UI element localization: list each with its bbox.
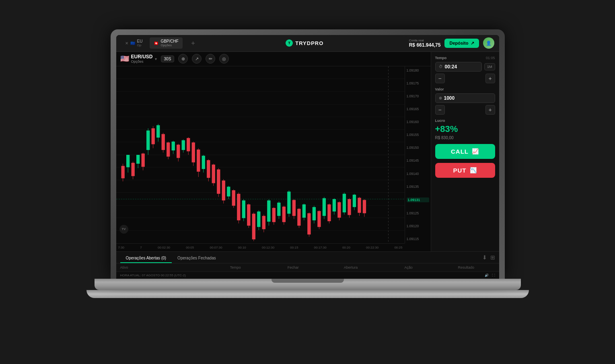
add-tab-icon: ＋	[190, 39, 196, 47]
eraser-tool[interactable]: ◎	[219, 54, 229, 64]
price-level-2: 1.09170	[407, 94, 429, 98]
expand-icon[interactable]: ⛶	[492, 274, 495, 277]
svg-rect-47	[202, 156, 205, 169]
svg-rect-105	[348, 199, 351, 215]
put-button[interactable]: PUT 📉	[435, 163, 495, 178]
time-plus-btn[interactable]: +	[485, 74, 495, 83]
value-plus-btn[interactable]: +	[485, 105, 495, 115]
time-label-2: 00:02:30	[158, 246, 170, 249]
right-panel: Tempo 01:05 ⏱ 00:24 1M	[431, 52, 499, 251]
download-icon[interactable]: ⬇	[482, 254, 487, 261]
main-content: 🇺🇸 EUR/USD Opções ▾ 30S ⊕ ↗ ✏	[116, 52, 499, 251]
time-label-9: 00:20	[342, 246, 350, 249]
sound-icon[interactable]: 🔊	[485, 274, 489, 277]
currency-icon: ⊕	[439, 96, 442, 100]
profit-percentage: +83%	[435, 124, 495, 134]
col-open: Abertura	[322, 265, 379, 269]
tab-eu-label: EU	[137, 39, 143, 43]
pair-selector[interactable]: 🇺🇸 EUR/USD Opções ▾	[120, 54, 157, 64]
time-label-11: 00:25	[394, 246, 402, 249]
svg-rect-63	[242, 200, 245, 218]
chart-area: 🇺🇸 EUR/USD Opções ▾ 30S ⊕ ↗ ✏	[116, 52, 431, 251]
timer-value: 00:24	[445, 64, 457, 70]
avatar[interactable]: 👤	[483, 37, 494, 49]
deposit-button[interactable]: Depósito ↗	[444, 39, 479, 48]
svg-rect-51	[212, 165, 215, 183]
pair-dropdown-icon[interactable]: ▾	[155, 57, 157, 61]
time-display: ⏱ 00:24 1M	[435, 62, 495, 72]
time-label-0: 7:30	[118, 246, 125, 249]
pair-flag: 🇺🇸	[120, 54, 129, 63]
app-logo: T TRYDPRO	[204, 39, 406, 47]
price-level-0: 1.09180	[407, 68, 429, 72]
svg-rect-83	[292, 200, 295, 216]
value-minus-btn[interactable]: −	[435, 105, 445, 115]
topbar-right: Conta real R$ 661.944,75 Depósito ↗ 👤	[409, 37, 494, 49]
col-result: Resultado	[437, 265, 495, 269]
call-button[interactable]: CALL 📈	[435, 144, 495, 159]
svg-rect-79	[282, 206, 285, 222]
tab-close-eu[interactable]: ✕	[125, 41, 128, 45]
timeframe-button[interactable]: 30S	[161, 56, 175, 62]
balance-label: Conta real	[409, 39, 441, 42]
svg-rect-17	[126, 155, 130, 167]
price-level-5: 1.09155	[407, 133, 429, 137]
crosshair-tool[interactable]: ⊕	[178, 54, 188, 64]
time-section-label: Tempo	[435, 56, 447, 60]
svg-rect-77	[277, 202, 280, 216]
tab-gbpchf-label: GBP/CHF	[160, 39, 178, 43]
tab-closed-operations[interactable]: Operações Fechadas	[172, 254, 222, 263]
price-level-13: 1.09115	[407, 237, 429, 241]
tab-eu[interactable]: ✕ 🇪🇺 EU Op	[121, 37, 147, 49]
plus-icon: +	[488, 75, 492, 82]
svg-rect-87	[302, 204, 305, 218]
price-level-9: 1.09135	[407, 185, 429, 189]
put-label: PUT	[453, 167, 467, 174]
status-bar: HORA ATUAL: 07 AGOSTO 00:22:55 (UTC-2) 🔊…	[116, 272, 499, 279]
deposit-label: Depósito	[449, 41, 468, 45]
profit-section-label: Lucro	[435, 119, 495, 123]
price-level-1: 1.09175	[407, 81, 429, 85]
bottom-tabs-row: Operações Abertas (0) Operações Fechadas…	[116, 252, 499, 263]
line-tool[interactable]: ↗	[192, 54, 202, 64]
time-minus-btn[interactable]: −	[435, 74, 445, 83]
time-label-8: 00:17:30	[314, 246, 327, 249]
col-asset: Ativo	[120, 265, 207, 269]
tab-gbpchf[interactable]: 🇨🇭 GBP/CHF Opções	[150, 37, 182, 49]
tab-eu-sub: Op	[137, 43, 143, 47]
svg-rect-111	[362, 200, 366, 213]
filter-icon[interactable]: ⊞	[490, 254, 495, 261]
pen-tool[interactable]: ✏	[206, 54, 215, 64]
tab-add[interactable]: ＋	[186, 37, 200, 49]
price-level-8: 1.09140	[407, 172, 429, 176]
svg-rect-25	[146, 130, 150, 150]
put-trend-icon: 📉	[470, 167, 477, 173]
svg-rect-43	[191, 142, 195, 162]
svg-rect-41	[187, 138, 190, 151]
value-section: Valor ⊕ 1000 − +	[435, 87, 495, 115]
chart-svg-container	[116, 66, 405, 243]
time-label-6: 00:12:30	[262, 246, 274, 249]
svg-rect-103	[342, 193, 346, 212]
deposit-icon: ↗	[471, 41, 474, 46]
price-level-4: 1.09160	[407, 120, 429, 124]
value-plus-icon: +	[488, 107, 492, 113]
tradingview-watermark: TV	[119, 225, 128, 234]
call-label: CALL	[451, 148, 469, 155]
svg-rect-85	[297, 209, 300, 226]
candlestick-chart	[116, 66, 405, 243]
profit-section: Lucro +83% R$ 830,00	[435, 119, 495, 140]
svg-rect-31	[161, 134, 165, 150]
time-label-4: 00:07:30	[210, 246, 222, 249]
svg-rect-27	[151, 128, 154, 144]
svg-rect-91	[312, 207, 315, 220]
app-title: TRYDPRO	[295, 40, 323, 46]
price-level-3: 1.09165	[407, 107, 429, 111]
tab-closed-label: Operações Fechadas	[177, 256, 216, 260]
svg-rect-21	[136, 155, 140, 164]
time-label-10: 00:22:30	[366, 246, 378, 249]
tab-open-operations[interactable]: Operações Abertas (0)	[120, 254, 172, 263]
svg-rect-57	[227, 187, 230, 196]
status-text: HORA ATUAL: 07 AGOSTO 00:22:55 (UTC-2)	[120, 274, 186, 277]
value-section-label: Valor	[435, 87, 495, 91]
